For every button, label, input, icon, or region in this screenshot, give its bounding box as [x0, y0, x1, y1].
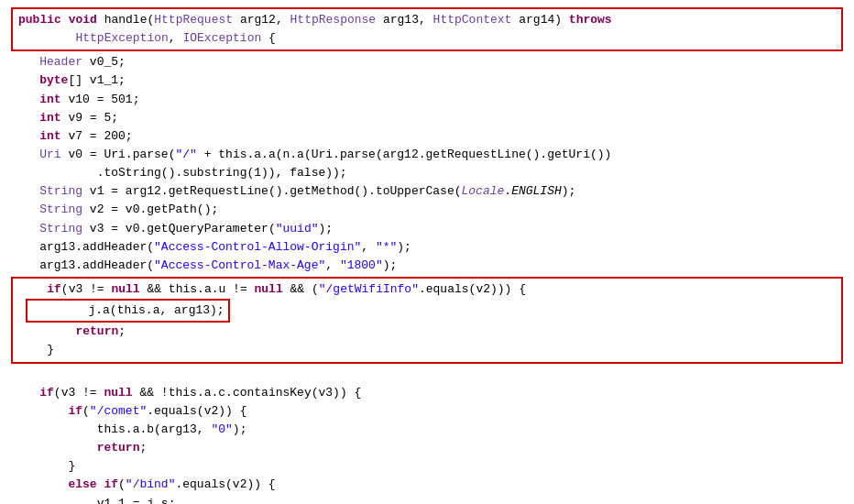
code-line-18: } [18, 341, 836, 359]
code-line-12: String v3 = v0.getQueryParameter("uuid")… [11, 220, 843, 238]
code-line-22: this.a.b(arg13, "0"); [11, 421, 843, 439]
code-line-8: Uri v0 = Uri.parse("/" + this.a.a(n.a(Ur… [11, 146, 843, 164]
code-line-15: if(v3 != null && this.a.u != null && ("/… [18, 280, 836, 299]
code-line-16: j.a(this.a, arg13); [31, 301, 224, 320]
code-line-25: else if("/bind".equals(v2)) { [11, 476, 843, 494]
highlight-box-2: if(v3 != null && this.a.u != null && ("/… [11, 277, 843, 364]
code-line-17: return; [18, 323, 836, 341]
code-line-23: return; [11, 439, 843, 457]
code-line-6: int v9 = 5; [11, 109, 843, 127]
code-line-19 [11, 366, 843, 384]
code-line-11: String v2 = v0.getPath(); [11, 201, 843, 219]
highlight-box-inner: j.a(this.a, arg13); [26, 299, 230, 323]
code-line-7: int v7 = 200; [11, 127, 843, 146]
highlight-box-1: public void handle(HttpRequest arg12, Ht… [11, 7, 843, 51]
code-line-5: int v10 = 501; [11, 91, 843, 109]
code-line-1: public void handle(HttpRequest arg12, Ht… [18, 11, 836, 29]
code-line-13: arg13.addHeader("Access-Control-Allow-Or… [11, 238, 843, 257]
code-line-26: v1_1 = j.s; [11, 495, 843, 504]
code-line-4: byte[] v1_1; [11, 71, 843, 90]
code-line-21: if("/comet".equals(v2)) { [11, 402, 843, 421]
code-line-24: } [11, 457, 843, 476]
code-line-2: HttpException, IOException { [18, 29, 836, 48]
code-line-14: arg13.addHeader("Access-Control-Max-Age"… [11, 257, 843, 275]
code-container: public void handle(HttpRequest arg12, Ht… [0, 0, 854, 504]
code-line-9: .toString().substring(1)), false)); [11, 164, 843, 182]
code-line-3: Header v0_5; [11, 53, 843, 71]
code-line-10: String v1 = arg12.getRequestLine().getMe… [11, 182, 843, 201]
code-line-20: if(v3 != null && !this.a.c.containsKey(v… [11, 384, 843, 402]
